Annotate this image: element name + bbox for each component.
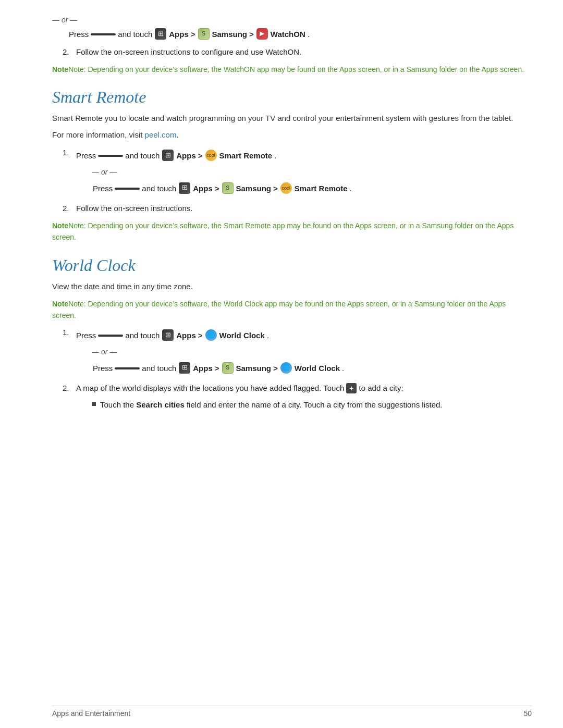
smart-remote-step2-item: 2. Follow the on-screen instructions. [63, 202, 532, 215]
world-clock-step2-text: A map of the world displays with the loc… [76, 384, 403, 392]
apps-grid-icon-wc1b: ⊞ [179, 362, 190, 374]
search-cities-bold: Search cities [136, 400, 185, 409]
world-clock-button-pill-1 [98, 335, 123, 337]
smartremote-icon-1: cool [205, 150, 217, 161]
watchon-note: NoteNote: Depending on your device’s sof… [52, 64, 532, 75]
watchon-chevron1: > [191, 28, 195, 41]
plus-icon: + [346, 383, 357, 393]
watchon-label: WatchON [271, 28, 305, 41]
worldclock-icon-1b: 🌐 [280, 362, 292, 374]
samsung-icon-wc: S [222, 362, 234, 374]
apps-grid-icon-sr1b: ⊞ [179, 182, 190, 194]
watchon-step2-item: 2. Follow the on-screen instructions to … [63, 46, 532, 58]
watchon-button-pill [91, 33, 116, 35]
world-clock-step1b-line: Press and touch ⊞ Apps > S Samsung > 🌐 W… [93, 362, 344, 375]
world-clock-bullet1: Touch the Search cities field and enter … [92, 399, 443, 411]
footer-left: Apps and Entertainment [52, 709, 130, 718]
smart-remote-button-pill-1 [98, 155, 123, 157]
bullet-square-icon [92, 402, 96, 406]
watchon-press-line: Press and touch ⊞ Apps > S Samsung > ▶ W… [69, 28, 532, 41]
footer-right: 50 [523, 709, 532, 718]
world-clock-bullet-list: Touch the Search cities field and enter … [92, 399, 443, 411]
smartremote-icon-1b: cool [280, 182, 292, 194]
worldclock-icon-1: 🌐 [205, 329, 217, 341]
smart-remote-or-line: — or — [92, 166, 352, 178]
smart-remote-title: Smart Remote [52, 88, 532, 107]
watchon-apps-label: Apps [169, 28, 189, 41]
smart-remote-desc2: For more information, visit peel.com. [52, 129, 532, 141]
smart-remote-note: NoteNote: Depending on your device’s sof… [52, 220, 532, 243]
world-clock-step1-line: Press and touch ⊞ Apps > 🌐 World Clock. [76, 329, 344, 342]
watchon-and-touch: and touch [118, 28, 152, 41]
world-clock-title: World Clock [52, 256, 532, 275]
top-or-divider: — or — [52, 16, 532, 24]
smart-remote-step1-item: 1. Press and touch ⊞ Apps > cool Smart R… [63, 146, 532, 198]
world-clock-step1-item: 1. Press and touch ⊞ Apps > 🌐 World Cloc… [63, 326, 532, 377]
page-footer: Apps and Entertainment 50 [52, 706, 532, 718]
smart-remote-step2-text: Follow the on-screen instructions. [76, 202, 192, 215]
peel-link[interactable]: peel.com [145, 130, 177, 139]
watchon-press-label: Press [69, 28, 89, 41]
world-clock-note: NoteNote: Depending on your device’s sof… [52, 298, 532, 322]
smart-remote-step1-line: Press and touch ⊞ Apps > cool Smart Remo… [76, 150, 352, 162]
smart-remote-step1b-line: Press and touch ⊞ Apps > S Samsung > coo… [93, 182, 352, 195]
watchon-step2-text: Follow the on-screen instructions to con… [76, 46, 301, 58]
apps-grid-icon: ⊞ [155, 28, 166, 40]
world-clock-step2-item: 2. A map of the world displays with the … [63, 382, 532, 413]
watchon-chevron2: > [249, 28, 254, 41]
apps-grid-icon-sr1: ⊞ [162, 150, 174, 161]
watchon-icon: ▶ [256, 28, 268, 40]
smart-remote-button-pill-1b [115, 188, 140, 190]
apps-grid-icon-wc1: ⊞ [162, 329, 174, 341]
watchon-samsung-label: Samsung [212, 28, 248, 41]
samsung-icon-sr: S [222, 182, 234, 194]
smart-remote-desc1: Smart Remote you to locate and watch pro… [52, 112, 532, 125]
world-clock-button-pill-1b [115, 367, 140, 369]
world-clock-desc: View the date and time in any time zone. [52, 280, 532, 293]
world-clock-or-line: — or — [92, 346, 344, 357]
samsung-icon: S [198, 28, 210, 40]
